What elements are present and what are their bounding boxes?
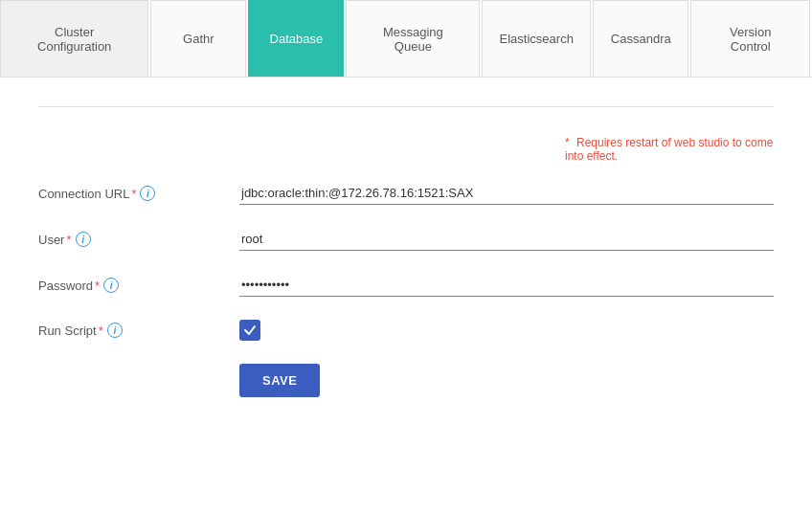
restart-notice: * Requires restart of web studio to come… — [565, 136, 774, 163]
tab-gathr[interactable]: Gathr — [150, 0, 246, 77]
run-script-info-icon[interactable]: i — [107, 323, 123, 338]
tab-database[interactable]: Database — [248, 0, 344, 77]
connection-url-label: Connection URL * i — [38, 186, 230, 201]
run-script-label: Run Script * i — [38, 323, 230, 338]
run-script-required: * — [99, 323, 103, 338]
password-required: * — [95, 279, 100, 293]
divider — [38, 106, 774, 107]
user-required: * — [66, 233, 71, 247]
database-form: Connection URL * i User * i Password * i — [38, 182, 774, 397]
run-script-checkbox[interactable] — [239, 320, 260, 341]
password-label: Password * i — [38, 278, 230, 293]
checkmark-icon — [243, 323, 257, 337]
user-label: User * i — [38, 232, 230, 247]
run-script-row: Run Script * i — [38, 320, 774, 341]
tab-cassandra[interactable]: Cassandra — [593, 0, 688, 77]
user-input[interactable] — [239, 228, 774, 251]
password-info-icon[interactable]: i — [103, 278, 119, 293]
main-content: * Requires restart of web studio to come… — [0, 78, 812, 426]
notice-asterisk: * — [565, 136, 570, 149]
run-script-checkbox-container — [239, 320, 260, 341]
password-input[interactable] — [239, 274, 774, 297]
tab-messaging-queue[interactable]: Messaging Queue — [346, 0, 480, 77]
password-row: Password * i — [38, 274, 774, 297]
tab-cluster-config[interactable]: Cluster Configuration — [0, 0, 148, 77]
connection-url-input[interactable] — [239, 182, 774, 205]
connection-url-required: * — [131, 187, 136, 201]
connection-url-info-icon[interactable]: i — [140, 186, 155, 201]
connection-url-row: Connection URL * i — [38, 182, 774, 205]
tab-version-control[interactable]: Version Control — [690, 0, 810, 77]
save-row: SAVE — [38, 364, 774, 397]
save-button[interactable]: SAVE — [239, 364, 320, 397]
user-row: User * i — [38, 228, 774, 251]
user-info-icon[interactable]: i — [76, 232, 91, 247]
tab-elasticsearch[interactable]: Elasticsearch — [482, 0, 591, 77]
tab-bar: Cluster Configuration Gathr Database Mes… — [0, 0, 812, 78]
